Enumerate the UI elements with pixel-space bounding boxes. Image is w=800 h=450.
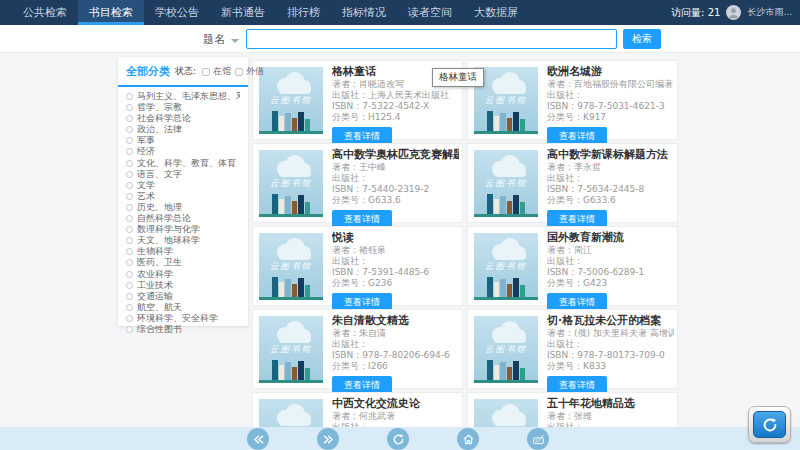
checkbox-icon[interactable] [235, 68, 243, 76]
search-button[interactable]: 检索 [623, 29, 661, 49]
nav-item-5[interactable]: 排行榜 [276, 0, 331, 25]
category-label: 医药、卫生 [137, 258, 182, 267]
category-item[interactable]: 经济 [126, 147, 240, 156]
rewind-icon [252, 433, 265, 446]
search-input[interactable] [246, 29, 617, 49]
radio-icon[interactable] [126, 126, 133, 133]
book-title: 悦读 [332, 230, 459, 245]
nav-item-6[interactable]: 指标情况 [331, 0, 397, 25]
category-item[interactable]: 艺术 [126, 192, 240, 201]
category-item[interactable]: 生物科学 [126, 247, 240, 256]
category-item[interactable]: 医药、卫生 [126, 258, 240, 267]
user-name[interactable]: 长沙市雨... [747, 6, 792, 19]
tooltip: 格林童话 [432, 68, 484, 87]
radio-icon[interactable] [126, 93, 133, 100]
category-item[interactable]: 环境科学、安全科学 [126, 314, 240, 323]
radio-icon[interactable] [126, 237, 133, 244]
radio-icon[interactable] [126, 148, 133, 155]
book-info: 欧洲名城游著者：百地福股份有限公司编著出版社：ISBN：978-7-5031-4… [547, 64, 674, 146]
radio-icon[interactable] [126, 248, 133, 255]
nav-item-7[interactable]: 读者空间 [397, 0, 463, 25]
category-item[interactable]: 文学 [126, 181, 240, 190]
category-item[interactable]: 语言、文字 [126, 170, 240, 179]
fast-forward-icon [322, 433, 335, 446]
nav-item-4[interactable]: 新书通告 [210, 0, 276, 25]
category-item[interactable]: 军事 [126, 136, 240, 145]
category-label: 自然科学总论 [137, 214, 191, 223]
radio-icon[interactable] [126, 193, 133, 200]
checkbox-icon[interactable] [202, 68, 210, 76]
book-class-no: 分类号：I266 [332, 361, 459, 372]
radio-icon[interactable] [126, 271, 133, 278]
nav-item-2[interactable]: 书目检索 [78, 0, 144, 25]
category-item[interactable]: 历史、地理 [126, 203, 240, 212]
radio-icon[interactable] [126, 293, 133, 300]
category-item[interactable]: 数理科学与化学 [126, 225, 240, 234]
status-option-2[interactable]: 外借 [235, 65, 264, 78]
radio-icon[interactable] [126, 160, 133, 167]
category-item[interactable]: 交通运输 [126, 292, 240, 301]
radio-icon[interactable] [126, 326, 133, 333]
radio-icon[interactable] [126, 215, 133, 222]
category-label: 经济 [137, 147, 155, 156]
category-label: 马列主义、毛泽东思想、邓小平理论 [137, 92, 240, 101]
user-avatar-icon[interactable] [726, 5, 741, 20]
radio-icon[interactable] [126, 115, 133, 122]
category-label: 天文、地球科学 [137, 236, 200, 245]
book-card-7: 云图书馆朱自清散文精选著者：朱自清出版社：ISBN：978-7-80206-69… [252, 309, 463, 389]
book-cover-image[interactable]: 云图书馆 [474, 233, 538, 300]
category-item[interactable]: 工业技术 [126, 281, 240, 290]
cloud-icon [267, 318, 315, 346]
category-item[interactable]: 农业科学 [126, 270, 240, 279]
fast-forward-button[interactable] [317, 428, 339, 450]
category-list: 马列主义、毛泽东思想、邓小平理论哲学、宗教社会科学总论政治、法律军事经济文化、科… [126, 92, 240, 334]
book-class-no: 分类号：K833 [547, 361, 674, 372]
category-label: 文学 [137, 181, 155, 190]
screen: 公共检索书目检索学校公告新书通告排行榜指标情况读者空间大数据屏 访问量: 21 … [0, 0, 800, 450]
status-option-1[interactable]: 在馆 [202, 65, 231, 78]
nav-item-3[interactable]: 学校公告 [144, 0, 210, 25]
radio-icon[interactable] [126, 182, 133, 189]
radio-icon[interactable] [126, 226, 133, 233]
radio-icon[interactable] [126, 282, 133, 289]
category-item[interactable]: 航空、航天 [126, 303, 240, 312]
radio-icon[interactable] [126, 304, 133, 311]
cloud-icon [267, 401, 315, 429]
book-cover-image[interactable]: 云图书馆 [259, 316, 323, 383]
category-item[interactable]: 自然科学总论 [126, 214, 240, 223]
book-cover-image[interactable]: 云图书馆 [259, 67, 323, 134]
category-label: 航空、航天 [137, 303, 182, 312]
book-card-5: 云图书馆悦读著者：褚钰泉出版社：ISBN：7-5391-4485-6分类号：G2… [252, 226, 463, 306]
category-label: 艺术 [137, 192, 155, 201]
radio-icon[interactable] [126, 259, 133, 266]
category-item[interactable]: 综合性图书 [126, 325, 240, 334]
bottom-toolbar [0, 427, 800, 450]
search-field-select[interactable]: 题名 [203, 32, 239, 47]
radio-icon[interactable] [126, 315, 133, 322]
category-label: 社会科学总论 [137, 114, 191, 123]
keyboard-button[interactable] [527, 428, 549, 450]
book-cover-image[interactable]: 云图书馆 [259, 150, 323, 217]
radio-icon[interactable] [126, 204, 133, 211]
nav-menu: 公共检索书目检索学校公告新书通告排行榜指标情况读者空间大数据屏 [12, 0, 529, 25]
category-item[interactable]: 政治、法律 [126, 125, 240, 134]
book-cover-image[interactable]: 云图书馆 [474, 150, 538, 217]
shelf [259, 131, 323, 134]
category-item[interactable]: 天文、地球科学 [126, 236, 240, 245]
cloud-icon [482, 318, 530, 346]
category-item[interactable]: 哲学、宗教 [126, 103, 240, 112]
radio-icon[interactable] [126, 104, 133, 111]
category-item[interactable]: 文化、科学、教育、体育 [126, 159, 240, 168]
category-item[interactable]: 马列主义、毛泽东思想、邓小平理论 [126, 92, 240, 101]
book-cover-image[interactable]: 云图书馆 [259, 233, 323, 300]
nav-item-8[interactable]: 大数据屏 [463, 0, 529, 25]
radio-icon[interactable] [126, 137, 133, 144]
home-button[interactable] [457, 428, 479, 450]
nav-item-1[interactable]: 公共检索 [12, 0, 78, 25]
book-cover-image[interactable]: 云图书馆 [474, 316, 538, 383]
rewind-button[interactable] [247, 428, 269, 450]
refresh-button[interactable] [748, 406, 791, 443]
radio-icon[interactable] [126, 171, 133, 178]
category-item[interactable]: 社会科学总论 [126, 114, 240, 123]
refresh-button[interactable] [387, 428, 409, 450]
